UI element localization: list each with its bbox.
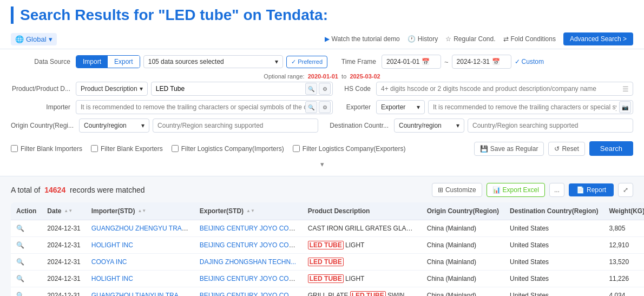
table-row: 🔍2024-12-31GUANGZHOU ZHENGYU TRADI...BEI… [11, 220, 644, 237]
origin-cell: China (Mainland) [422, 237, 504, 254]
th-product-label: Product Description [308, 207, 416, 215]
collapse-button[interactable]: ▾ [11, 158, 633, 170]
search-action-button[interactable]: 🔍 [16, 241, 24, 249]
preferred-button[interactable]: ✓ Preferred [286, 56, 327, 68]
exporter-link[interactable]: BEIJING CENTURY JOYO COU... [200, 275, 299, 282]
filter-logistics-exporters[interactable]: Filter Logistics Company(Exporters) [293, 145, 406, 153]
settings-icon-btn[interactable]: ⚙ [319, 101, 331, 113]
time-from-input[interactable]: 2024-01-01 📅 [382, 55, 441, 69]
save-regular-button[interactable]: 💾 Save as Regular [474, 142, 544, 156]
product-cell: GRILL PLATE LED TUBE SWING SEAT TOWEL ..… [303, 287, 422, 297]
expand-button[interactable]: ⤢ [618, 183, 633, 197]
exporter-cell: BEIJING CENTURY JOYO COU... [194, 220, 303, 237]
history-link[interactable]: 🕐 History [408, 35, 438, 43]
exporter-select[interactable]: Exporter ▾ [376, 100, 425, 114]
fold-icon: ⇄ [503, 35, 509, 43]
product-desc-select[interactable]: Product Description ▾ [76, 82, 148, 96]
fold-conditions-link[interactable]: ⇄ Fold Conditions [503, 35, 556, 43]
filter-logistics-importers[interactable]: Filter Logistics Company(Importers) [172, 145, 284, 153]
product-cell: LED TUBE LIGHT [303, 237, 422, 254]
import-tab[interactable]: Import [76, 56, 108, 68]
time-from-value: 2024-01-01 [386, 58, 419, 65]
importer-control: 🔍 ⚙ [76, 100, 333, 114]
dest-input[interactable] [468, 119, 633, 133]
calendar-icon: 📅 [492, 58, 500, 65]
date-cell: 2024-12-31 [42, 220, 86, 237]
weight-cell: 11,226 [603, 271, 644, 287]
search-action-button[interactable]: 🔍 [16, 275, 24, 282]
origin-input[interactable] [153, 119, 318, 133]
table-row: 🔍2024-12-31HOLIGHT INCBEIJING CENTURY JO… [11, 271, 644, 287]
row-data-source: Data Source Import Export 105 data sourc… [11, 55, 633, 69]
search-icon-btn[interactable]: 🔍 [305, 101, 317, 113]
th-product: Product Description [303, 202, 422, 220]
custom-button[interactable]: ✓ Custom [515, 58, 544, 65]
exporter-select-value: Exporter [381, 103, 405, 111]
hs-code-input[interactable] [376, 82, 633, 96]
report-button[interactable]: 📄 Report [569, 183, 614, 196]
advanced-search-button[interactable]: Advanced Search > [563, 32, 633, 45]
chevron-down-icon: ▾ [456, 122, 459, 129]
filter-logistics-exporters-checkbox[interactable] [293, 145, 300, 152]
hs-code-label: HS Code [338, 85, 371, 93]
global-label: Global [26, 35, 47, 43]
search-action-button[interactable]: 🔍 [16, 258, 24, 266]
filter-logistics-importers-checkbox[interactable] [172, 145, 179, 152]
dest-select-value: Country/region [399, 122, 442, 129]
watch-tutorial-link[interactable]: ▶ Watch the tutorial demo [325, 35, 400, 43]
search-button[interactable]: Search [589, 141, 633, 156]
sort-icon[interactable]: ▲▼ [246, 209, 255, 213]
filter-blank-importers[interactable]: Filter Blank Importers [11, 145, 82, 153]
more-button[interactable]: ... [549, 183, 564, 197]
importer-link[interactable]: HOLIGHT INC [91, 241, 133, 249]
customize-button[interactable]: ⊞ Customize [432, 183, 482, 197]
hs-code-control: ☰ [376, 82, 633, 96]
optional-range-row: Optional range: 2020-01-01 to 2025-03-02 [11, 73, 633, 80]
results-area: A total of 14624 records were matched ⊞ … [0, 176, 644, 296]
top-bar-right: ▶ Watch the tutorial demo 🕐 History ☆ Re… [325, 32, 633, 45]
filter-blank-exporters[interactable]: Filter Blank Exporters [91, 145, 163, 153]
th-importer: Importer(STD) ▲▼ [86, 202, 194, 220]
dest-select[interactable]: Country/region ▾ [394, 119, 464, 133]
product-cell: LED TUBE LIGHT [303, 271, 422, 287]
filter-blank-exporters-checkbox[interactable] [91, 145, 98, 152]
chevron-down-icon: ▾ [140, 85, 143, 93]
time-to-input[interactable]: 2024-12-31 📅 [452, 55, 511, 69]
action-cell: 🔍 [11, 287, 42, 297]
history-icon: 🕐 [408, 35, 416, 43]
time-frame-label: Time Frame [333, 58, 376, 65]
importer-link[interactable]: GUANGZHOU ZHENGYU TRADI... [91, 225, 194, 232]
global-button[interactable]: 🌐 Global ▾ [11, 33, 57, 45]
export-excel-button[interactable]: 📊 Export Excel [487, 183, 545, 197]
settings-icon-btn[interactable]: ⚙ [319, 83, 331, 95]
importer-link[interactable]: HOLIGHT INC [91, 275, 133, 282]
origin-select[interactable]: Country/region ▾ [79, 119, 149, 133]
search-icon-btn[interactable]: 🔍 [305, 83, 317, 95]
save-regular-label: Save as Regular [490, 145, 538, 153]
action-cell: 🔍 [11, 237, 42, 254]
exporter-link[interactable]: BEIJING CENTURY JOYO COU... [200, 292, 299, 296]
results-count: A total of 14624 records were matched [11, 186, 145, 194]
exporter-link[interactable]: DAJING ZHONGSHAN TECHN... [200, 258, 296, 266]
regular-cond-link[interactable]: ☆ Regular Cond. [445, 35, 495, 43]
search-action-button[interactable]: 🔍 [16, 292, 24, 296]
exporter-link[interactable]: BEIJING CENTURY JOYO COU... [200, 225, 299, 232]
sort-icon[interactable]: ▲▼ [64, 209, 73, 213]
importer-input[interactable] [76, 100, 333, 114]
export-tab[interactable]: Export [108, 56, 140, 68]
filter-blank-importers-checkbox[interactable] [11, 145, 18, 152]
reset-button[interactable]: ↺ Reset [548, 142, 584, 156]
importer-link[interactable]: COOYA INC [91, 258, 127, 266]
destination-cell: United States [504, 237, 603, 254]
camera-icon-btn[interactable]: 📷 [619, 101, 631, 113]
exporter-input[interactable] [428, 100, 633, 114]
exporter-link[interactable]: BEIJING CENTURY JOYO COU... [200, 241, 299, 249]
importer-link[interactable]: GUANGZHOU TIANYUN TRADI... [91, 292, 190, 296]
weight-cell: 12,910 [603, 237, 644, 254]
destination-cell: United States [504, 271, 603, 287]
weight-cell: 13,520 [603, 254, 644, 271]
sources-dropdown[interactable]: 105 data sources selected ▾ [143, 55, 283, 68]
search-action-button[interactable]: 🔍 [16, 225, 24, 232]
import-export-tabs: Import Export [76, 55, 140, 68]
sort-icon[interactable]: ▲▼ [137, 209, 146, 213]
